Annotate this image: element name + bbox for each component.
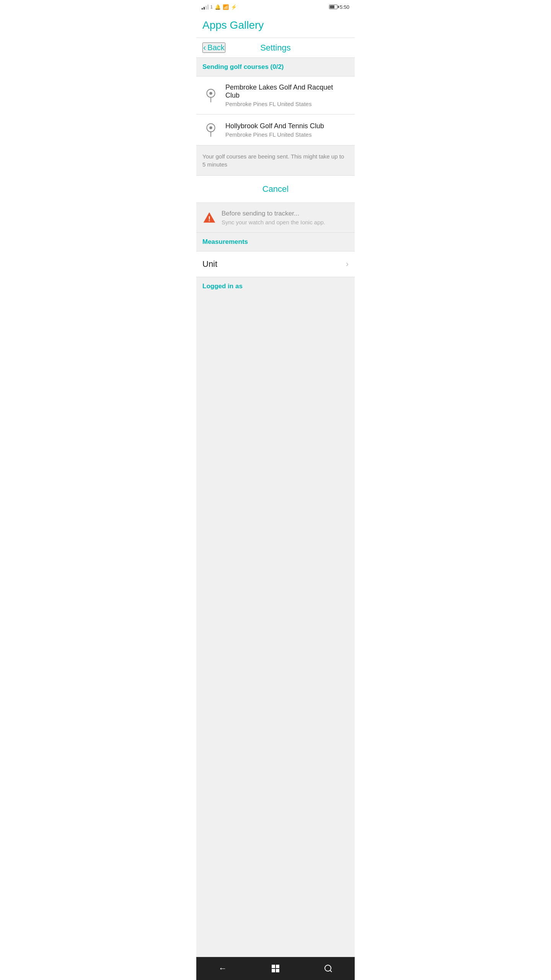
- search-icon: [324, 964, 333, 973]
- warning-title: Before sending to tracker...: [222, 210, 349, 217]
- svg-rect-8: [272, 969, 275, 972]
- course-name-2: Hollybrook Golf And Tennis Club: [225, 122, 349, 130]
- windows-icon: [271, 964, 280, 973]
- course-info-2: Hollybrook Golf And Tennis Club Pembroke…: [225, 122, 349, 138]
- measurements-section: Measurements: [196, 233, 355, 252]
- signal-bar-4: [207, 5, 209, 10]
- unit-row[interactable]: Unit ›: [196, 252, 355, 277]
- logged-in-label: Logged in as: [202, 283, 243, 290]
- battery-fill: [330, 5, 335, 8]
- cancel-button-row: Cancel: [196, 176, 355, 203]
- measurements-label: Measurements: [202, 238, 248, 245]
- signal-bar-1: [202, 8, 203, 10]
- svg-rect-7: [276, 965, 279, 968]
- back-label: Back: [207, 43, 224, 52]
- svg-line-11: [330, 970, 332, 972]
- svg-point-1: [209, 92, 212, 95]
- svg-rect-9: [276, 969, 279, 972]
- svg-rect-6: [272, 965, 275, 968]
- page-title: Settings: [225, 43, 326, 53]
- signal-label: 1: [210, 5, 213, 9]
- signal-bars: [202, 4, 209, 10]
- course-location-1: Pembroke Pines FL United States: [225, 101, 349, 107]
- chevron-right-icon: ›: [346, 259, 349, 269]
- warning-content: Before sending to tracker... Sync your w…: [222, 210, 349, 225]
- notification-icon: 🔔: [215, 4, 221, 10]
- course-item-1[interactable]: Pembroke Lakes Golf And Racquet Club Pem…: [196, 77, 355, 114]
- bluetooth-icon: ⚡: [231, 4, 237, 10]
- location-icon-1: [202, 87, 219, 104]
- course-item-2[interactable]: Hollybrook Golf And Tennis Club Pembroke…: [196, 114, 355, 145]
- course-name-1: Pembroke Lakes Golf And Racquet Club: [225, 83, 349, 100]
- nav-back-button[interactable]: ←: [214, 960, 231, 977]
- svg-point-10: [325, 965, 331, 971]
- battery-icon: [329, 5, 337, 9]
- back-arrow-icon: ←: [218, 964, 227, 973]
- course-location-2: Pembroke Pines FL United States: [225, 131, 349, 138]
- svg-text:!: !: [208, 215, 210, 223]
- nav-bar: ‹ Back Settings: [196, 38, 355, 58]
- time-display: 5:50: [340, 4, 349, 10]
- nav-home-button[interactable]: [267, 960, 284, 977]
- warning-subtitle: Sync your watch and open the Ionic app.: [222, 219, 349, 225]
- sending-section-header: Sending golf courses (0/2): [196, 58, 355, 77]
- status-bar: 1 🔔 📶 ⚡ 5:50: [196, 0, 355, 14]
- logged-in-section: Logged in as: [196, 277, 355, 957]
- warning-banner: ! Before sending to tracker... Sync your…: [196, 203, 355, 233]
- info-banner: Your golf courses are beeing sent. This …: [196, 145, 355, 176]
- status-right: 5:50: [329, 4, 349, 10]
- back-chevron-icon: ‹: [203, 44, 206, 52]
- nav-search-button[interactable]: [320, 960, 337, 977]
- bottom-nav: ←: [196, 957, 355, 980]
- sending-label: Sending golf courses (0/2): [202, 63, 284, 70]
- course-info-1: Pembroke Lakes Golf And Racquet Club Pem…: [225, 83, 349, 107]
- back-button[interactable]: ‹ Back: [202, 42, 225, 53]
- signal-bar-3: [205, 6, 207, 10]
- info-text: Your golf courses are beeing sent. This …: [202, 152, 349, 168]
- cancel-button[interactable]: Cancel: [262, 184, 289, 194]
- wifi-off-icon: 📶: [223, 4, 229, 10]
- status-left: 1 🔔 📶 ⚡: [202, 4, 237, 10]
- unit-label: Unit: [202, 259, 217, 269]
- svg-point-3: [209, 126, 212, 129]
- app-header: Apps Gallery: [196, 14, 355, 38]
- app-title: Apps Gallery: [202, 19, 349, 31]
- location-icon-2: [202, 121, 219, 138]
- warning-icon: !: [202, 211, 216, 224]
- signal-bar-2: [204, 7, 205, 10]
